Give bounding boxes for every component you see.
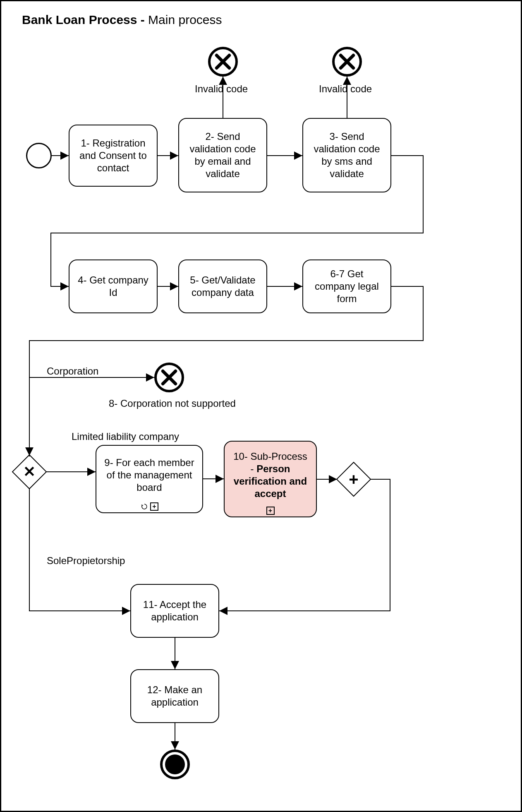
label-corporation: Corporation <box>47 365 98 377</box>
task-company-id: 4- Get company Id <box>69 259 158 313</box>
gateway-parallel: + <box>336 462 371 497</box>
task-accept-app-label: 11- Accept the application <box>138 598 212 623</box>
task-make-app: 12- Make an application <box>130 669 219 723</box>
gateway-exclusive: ✕ <box>12 454 47 489</box>
title-rest: Main process <box>148 13 222 26</box>
cancel-event-sms <box>332 47 362 77</box>
diagram-title: Bank Loan Process - Main process <box>22 13 222 27</box>
cancel-event-email <box>208 47 238 77</box>
task-send-sms: 3- Send validation code by sms and valid… <box>302 118 391 192</box>
task-send-email-label: 2- Send validation code by email and val… <box>186 130 260 180</box>
expand-marker-icon: + <box>150 502 158 511</box>
task-send-email: 2- Send validation code by email and val… <box>178 118 267 192</box>
loop-marker-icon <box>140 502 148 511</box>
label-invalid-email: Invalid code <box>195 83 248 95</box>
expand-marker-icon-2: + <box>266 507 275 515</box>
task-registration-label: 1- Registration and Consent to contact <box>76 137 150 174</box>
task-legal-form: 6-7 Get company legal form <box>302 259 391 313</box>
task-registration: 1- Registration and Consent to contact <box>69 125 158 187</box>
label-corp-not-supported: 8- Corporation not supported <box>109 398 236 409</box>
task-each-member-label: 9- For each member of the management boa… <box>103 456 196 494</box>
task-subprocess-bold: Person verification and accept <box>234 463 307 499</box>
bpmn-diagram: Bank Loan Process - Main process 1- Regi… <box>0 0 522 812</box>
label-llc: Limited liability company <box>72 431 179 442</box>
task-legal-form-label: 6-7 Get company legal form <box>310 268 384 305</box>
task-send-sms-label: 3- Send validation code by sms and valid… <box>310 130 384 180</box>
cancel-event-corporation <box>154 363 184 392</box>
end-event <box>160 750 190 779</box>
start-event <box>26 143 52 168</box>
label-sole: SolePropietorship <box>47 555 125 567</box>
task-subprocess-verify: 10- Sub-Process - Person verification an… <box>224 441 317 517</box>
task-company-data-label: 5- Get/Validate company data <box>186 274 260 299</box>
label-invalid-sms: Invalid code <box>319 83 372 95</box>
task-company-data: 5- Get/Validate company data <box>178 259 267 313</box>
task-make-app-label: 12- Make an application <box>138 684 212 709</box>
title-bold: Bank Loan Process - <box>22 13 148 26</box>
task-subprocess-label: 10- Sub-Process - Person verification an… <box>231 450 309 500</box>
task-company-id-label: 4- Get company Id <box>76 274 150 299</box>
task-each-member: 9- For each member of the management boa… <box>96 445 203 513</box>
task-accept-app: 11- Accept the application <box>130 584 219 638</box>
